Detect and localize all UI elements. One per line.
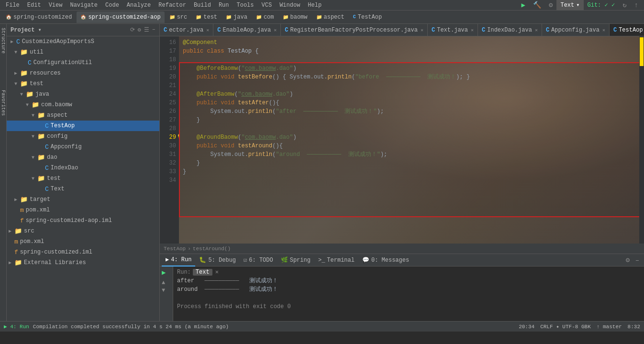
tree-item-aspect[interactable]: ▼ 📁 aspect: [7, 110, 159, 121]
menu-item-view[interactable]: View: [45, 0, 67, 11]
code-line-26: System.out.println("after —————————— 测试成…: [183, 107, 640, 116]
close-tab-text[interactable]: ✕: [471, 27, 474, 33]
bottom-settings-icon[interactable]: ⚙: [623, 255, 633, 265]
close-run-tab[interactable]: ✕: [215, 268, 219, 276]
scroll-down-btn[interactable]: ▼: [162, 287, 165, 294]
menu-item-run[interactable]: Run: [215, 0, 233, 11]
menu-item-vcs[interactable]: VCS: [258, 0, 276, 11]
tree-item-combaomw[interactable]: ▼ 📁 com.baomw: [7, 100, 159, 110]
project-tab-testaop[interactable]: CTestAop: [349, 11, 386, 23]
code-content[interactable]: @Component public class TestAop { @Befor…: [179, 36, 644, 244]
bottom-tab-messages[interactable]: 💬 0: Messages: [358, 254, 413, 266]
close-tab-ector[interactable]: ✕: [206, 27, 209, 33]
build-button[interactable]: 🔨: [529, 0, 545, 11]
favorites-tab[interactable]: Favorites: [0, 86, 6, 120]
tree-item-customizedaop[interactable]: ▶ C CustomizedAopImportsS: [7, 36, 159, 47]
code-line-21: [183, 81, 640, 90]
tree-item-iml-sub[interactable]: f spring-customized-aop.iml: [7, 215, 159, 226]
output-line-after: after —————————— 测试成功！: [173, 277, 644, 285]
project-tab-test[interactable]: 📁test: [192, 11, 221, 23]
tree-item-appconfig[interactable]: C Appconfig: [7, 142, 159, 152]
tree-item-src[interactable]: ▶ 📁 src: [7, 226, 159, 236]
bottom-tab-run[interactable]: ▶ 4: Run: [162, 254, 195, 266]
bottom-tab-spring[interactable]: 🌿 Spring: [277, 254, 314, 266]
structure-tab[interactable]: Structure: [0, 24, 6, 57]
git-indicator: Git: ✓ ✓: [584, 0, 619, 11]
menu-item-help[interactable]: Help: [304, 0, 325, 11]
sync-button[interactable]: ↻: [619, 0, 630, 11]
file-tab-register[interactable]: CRegisterBeanFactoryPostProcessor.java ✕: [281, 24, 428, 36]
java-file-icon: C: [45, 122, 49, 130]
menu-item-tools[interactable]: Tools: [233, 0, 258, 11]
folder-icon: 📁: [20, 80, 28, 88]
close-tab-appconfig[interactable]: ✕: [602, 27, 605, 33]
bottom-tab-todo[interactable]: ☑ 6: TODO: [240, 254, 277, 266]
project-tab-java[interactable]: 📁java: [222, 11, 251, 23]
tree-item-text[interactable]: C Text: [7, 184, 159, 194]
status-bar: ▶ 4: Run Compilation completed successfu…: [0, 321, 644, 332]
menu-item-refactor[interactable]: Refactor: [155, 0, 190, 11]
tree-item-resources[interactable]: ▶ 📁 resources: [7, 68, 159, 78]
folder-icon: 📁: [26, 90, 33, 98]
breadcrumb-testaround[interactable]: testAround(): [193, 246, 231, 252]
java-file-icon: C: [45, 144, 49, 151]
menu-item-file[interactable]: File: [2, 0, 23, 11]
menu-item-window[interactable]: Window: [276, 0, 304, 11]
file-tab-testaop[interactable]: CTestAop.java ✕: [610, 24, 644, 36]
code-line-32: }: [183, 159, 640, 167]
tree-item-dao[interactable]: ▼ 📁 dao: [7, 152, 159, 163]
menu-item-build[interactable]: Build: [190, 0, 215, 11]
file-tab-ector[interactable]: Cector.java ✕: [160, 24, 213, 36]
scroll-up-btn[interactable]: ▲: [162, 279, 165, 286]
project-tab-spring-customized-aop[interactable]: 🏠spring-customized-aop: [77, 11, 164, 23]
run-button[interactable]: ▶: [518, 0, 529, 11]
tree-item-test[interactable]: ▼ 📁 test: [7, 78, 159, 89]
tree-item-testaop[interactable]: C TestAop: [7, 121, 159, 131]
file-tab-text[interactable]: CText.java ✕: [428, 24, 478, 36]
menu-item-code[interactable]: Code: [101, 0, 123, 11]
menu-item-edit[interactable]: Edit: [23, 0, 45, 11]
sidebar-settings-icon[interactable]: ☰: [144, 26, 149, 33]
code-editor[interactable]: 16 17 18 19 20 21 24 25 26 27 28 29 💡 30…: [160, 36, 644, 244]
text-dropdown[interactable]: Text ▾: [556, 0, 583, 11]
file-tab-indexdao[interactable]: CIndexDao.java ✕: [478, 24, 542, 36]
run-play-btn[interactable]: ▶: [162, 268, 166, 277]
tree-item-iml-root[interactable]: f spring-customized.iml: [7, 247, 159, 257]
project-tab-src[interactable]: 📁src: [166, 11, 191, 23]
tree-item-target[interactable]: ▶ 📁 target: [7, 194, 159, 205]
project-tab-baomw[interactable]: 📁baomw: [279, 11, 311, 23]
menu-item-navigate[interactable]: Navigate: [66, 0, 101, 11]
tree-item-pomxml-root[interactable]: m pom.xml: [7, 236, 159, 247]
project-tab-com[interactable]: 📁com: [252, 11, 278, 23]
settings-button[interactable]: ⚙: [545, 0, 556, 11]
bottom-tab-debug[interactable]: 🐛 5: Debug: [195, 254, 240, 266]
bottom-minimize-icon[interactable]: –: [633, 255, 642, 265]
java-file-icon: C: [45, 186, 49, 193]
tree-item-test2[interactable]: ▼ 📁 test: [7, 173, 159, 184]
menu-item-analyze[interactable]: Analyze: [123, 0, 155, 11]
file-tab-appconfig[interactable]: CAppconfig.java ✕: [542, 24, 610, 36]
project-tab-aspect[interactable]: 📁 aspect: [312, 11, 348, 23]
sidebar-sync-icon[interactable]: ⟳: [130, 26, 135, 33]
close-tab-indexdao[interactable]: ✕: [535, 27, 538, 33]
bottom-tab-terminal[interactable]: >_ Terminal: [314, 254, 358, 266]
sidebar-gear-icon[interactable]: ⚙: [138, 26, 141, 33]
tree-item-config[interactable]: ▼ 📁 config: [7, 131, 159, 142]
sidebar-title: Project ▾: [11, 26, 42, 33]
code-line-25: public void testAfter(){: [183, 99, 640, 107]
file-tab-enableaop[interactable]: CEnableAop.java ✕: [213, 24, 281, 36]
tree-item-configurationutil[interactable]: C ConfigurationUtil: [7, 57, 159, 68]
tree-item-external-libs[interactable]: ▶ 📁 External Libraries: [7, 257, 159, 268]
push-button[interactable]: ↑: [631, 0, 642, 11]
run-tab-label[interactable]: Text: [193, 269, 212, 276]
sidebar-minimize-icon[interactable]: –: [152, 26, 155, 33]
tree-item-java[interactable]: ▼ 📁 java: [7, 89, 159, 100]
breadcrumb-testaop[interactable]: TestAop: [164, 246, 186, 252]
close-tab-register[interactable]: ✕: [421, 27, 423, 33]
java-file-icon: C: [16, 38, 20, 45]
close-tab-enableaop[interactable]: ✕: [274, 27, 277, 33]
tree-item-util[interactable]: ▼ 📁 util: [7, 47, 159, 57]
project-tab-spring-customized[interactable]: 🏠spring-customized: [2, 11, 76, 23]
tree-item-pomxml-sub[interactable]: m pom.xml: [7, 205, 159, 215]
tree-item-indexdao[interactable]: C IndexDao: [7, 163, 159, 173]
